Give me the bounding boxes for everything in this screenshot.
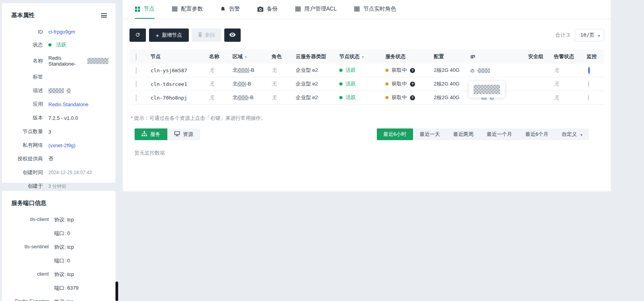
- node-alarm: 无: [548, 67, 580, 74]
- col-node: 节点: [144, 53, 203, 60]
- node-name: 无: [203, 67, 226, 74]
- time-range-6m[interactable]: 最近6个月: [519, 128, 555, 140]
- field-label: 授权提供商: [6, 155, 43, 162]
- table-row[interactable]: cln-tdsrcee1 无 北-B 无 企业型 e2 活跃 获取中 2核2G …: [130, 77, 604, 91]
- redacted-ip: [474, 85, 500, 94]
- node-role: 无: [265, 80, 289, 87]
- pending-dot-icon: [385, 82, 389, 85]
- created-ago-value: 3 分钟前: [48, 183, 66, 190]
- refresh-button[interactable]: [130, 28, 146, 42]
- pending-dot-icon: [385, 96, 389, 99]
- node-ip: [464, 68, 522, 73]
- time-range-group: 最近6小时 最近一天 最近两周 最近一个月 最近6个月 自定义: [377, 128, 589, 140]
- port-entry: tls-sentinel 协议: tcp 端口: 0: [6, 244, 108, 264]
- select-all-checkbox[interactable]: [136, 53, 137, 60]
- node-alarm: 无: [548, 80, 580, 87]
- vxnet-link[interactable]: (vxnet-2f9g): [48, 142, 75, 148]
- help-icon[interactable]: [410, 82, 415, 87]
- node-config: 2核2G 40G: [428, 94, 464, 101]
- field-label: 私有网络: [6, 142, 43, 149]
- field-label: 描述: [6, 87, 43, 94]
- toggle-resource-button[interactable]: 资源: [167, 128, 200, 140]
- time-range-1m[interactable]: 最近一个月: [480, 128, 519, 140]
- time-range-6h[interactable]: 最近6小时: [377, 128, 413, 140]
- monitor-radio[interactable]: [588, 81, 589, 87]
- field-label: 标签: [6, 73, 43, 80]
- field-label: 节点数量: [6, 128, 43, 135]
- tab-label: 配置参数: [181, 5, 203, 12]
- node-id: cln-tdsrcee1: [144, 81, 203, 87]
- basic-properties-fields: ID cl-frpgo9gm 状态 活跃 名称 Redis Standalone…: [2, 19, 115, 190]
- detail-panel: 节点 配置参数 告警 备份 用户管理ACL 节点实时角色: [123, 0, 611, 191]
- caret-down-icon: [577, 132, 582, 137]
- time-range-2w[interactable]: 最近两周: [447, 128, 480, 140]
- tab-acl[interactable]: 用户管理ACL: [295, 0, 337, 19]
- row-checkbox[interactable]: [136, 94, 137, 101]
- field-label: ID: [6, 29, 43, 35]
- field-id: ID cl-frpgo9gm: [6, 29, 108, 35]
- col-region-sortable[interactable]: 区域: [226, 53, 265, 60]
- tab-nodes[interactable]: 节点: [135, 0, 154, 19]
- total-count: 合计:3: [555, 32, 570, 39]
- help-icon[interactable]: [410, 95, 415, 100]
- pending-dot-icon: [385, 69, 389, 72]
- no-monitor-data-text: 暂无监控数据: [135, 150, 611, 157]
- list-icon: [172, 7, 177, 11]
- page-size-value: 10/页: [580, 32, 594, 39]
- console-page: 基本属性 ID cl-frpgo9gm 状态 活跃 名称 Redis Stand…: [0, 0, 644, 301]
- monitor-radio[interactable]: [588, 67, 590, 74]
- cluster-name-value: Redis Standalone-: [48, 55, 87, 67]
- node-status-cell: 活跃: [333, 94, 379, 101]
- port-number: 端口: 0: [54, 257, 74, 264]
- page-size-select[interactable]: 10/页: [575, 29, 604, 41]
- col-node-status-sortable[interactable]: 节点状态: [333, 53, 379, 60]
- status-dot-icon: [339, 69, 342, 72]
- status-value: 活跃: [56, 41, 66, 48]
- field-label: 名称: [6, 57, 43, 64]
- service-ports-panel: 服务端口信息 tls-client 协议: tcp 端口: 0 tls-sent…: [2, 191, 115, 301]
- time-range-custom[interactable]: 自定义: [555, 128, 589, 140]
- redacted-description: [67, 88, 71, 93]
- list-icon: [295, 7, 301, 11]
- view-columns-button[interactable]: [224, 28, 241, 42]
- cluster-id-link[interactable]: cl-frpgo9gm: [48, 29, 75, 35]
- monitor-radio[interactable]: [588, 94, 589, 101]
- toggle-service-button[interactable]: 服务: [135, 128, 167, 140]
- service-status-cell: 获取中: [379, 94, 428, 101]
- eye-icon: [229, 32, 236, 38]
- col-service-status: 服务状态: [379, 53, 428, 60]
- redacted-region: [238, 95, 248, 100]
- tab-alerts[interactable]: 告警: [220, 0, 240, 19]
- port-number: 端口: 6379: [54, 285, 78, 292]
- tab-backup[interactable]: 备份: [257, 0, 278, 19]
- scrollbar-thumb[interactable]: [115, 281, 118, 301]
- time-range-1d[interactable]: 最近一天: [413, 128, 447, 140]
- add-node-button[interactable]: 新增节点: [149, 28, 189, 42]
- col-config: 配置: [428, 53, 464, 60]
- service-status-cell: 获取中: [379, 67, 428, 74]
- help-icon[interactable]: [410, 68, 415, 73]
- table-header-row: 节点 名称 区域 角色 云服务器类型 节点状态 服务状态 配置 IP 安全组 告…: [130, 50, 604, 64]
- tab-label: 用户管理ACL: [304, 5, 337, 12]
- bell-icon: [220, 6, 225, 12]
- basic-properties-panel: 基本属性 ID cl-frpgo9gm 状态 活跃 名称 Redis Stand…: [2, 3, 115, 183]
- table-row[interactable]: cln-ysj6m587 无 北-B 无 企业型 e2 活跃 获取中 2核2G …: [130, 64, 604, 77]
- table-row[interactable]: cln-70ho8npj 无 北-B 无 企业型 e2 活跃 获取中 2核2G …: [130, 91, 604, 105]
- redacted-region: [238, 82, 246, 87]
- node-server-type: 企业型 e2: [289, 80, 333, 87]
- node-id: cln-70ho8npj: [144, 95, 203, 101]
- provider-value: 否: [48, 155, 53, 162]
- node-name: 无: [203, 94, 226, 101]
- node-role: 无: [265, 67, 289, 74]
- row-checkbox[interactable]: [136, 67, 137, 74]
- app-link[interactable]: Redis Standalone: [48, 102, 89, 107]
- delete-button[interactable]: 删除: [192, 28, 221, 42]
- panel-menu-icon[interactable]: [101, 13, 107, 18]
- monitor-controls: 服务 资源 最近6小时 最近一天 最近两周 最近一个月 最近6个月 自定义: [135, 128, 589, 140]
- tab-config-params[interactable]: 配置参数: [172, 0, 203, 19]
- trash-icon: [198, 32, 202, 38]
- row-checkbox[interactable]: [136, 81, 137, 87]
- node-server-type: 企业型 e2: [289, 67, 333, 74]
- tab-realtime-roles[interactable]: 节点实时角色: [354, 0, 396, 19]
- port-entry: client 协议: tcp 端口: 6379: [6, 271, 108, 292]
